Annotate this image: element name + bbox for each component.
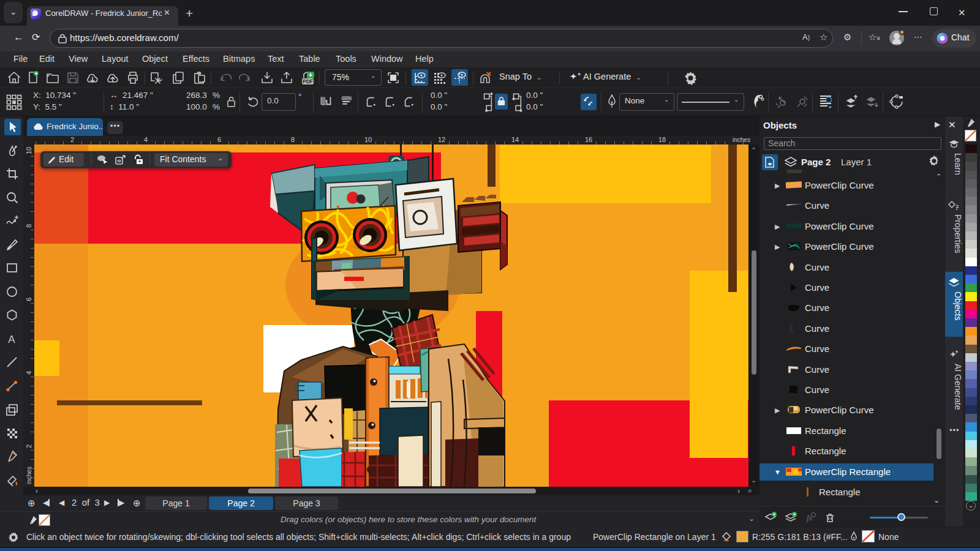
svg-text:16: 16 — [585, 136, 592, 143]
svg-text:2: 2 — [70, 136, 74, 143]
svg-text:18: 18 — [658, 136, 666, 143]
svg-text:8: 8 — [25, 224, 32, 228]
svg-text:8: 8 — [291, 136, 295, 143]
svg-text:2: 2 — [25, 444, 32, 448]
svg-text:14: 14 — [511, 136, 519, 143]
svg-text:10: 10 — [364, 136, 372, 143]
svg-text:12: 12 — [438, 136, 445, 143]
svg-text:10: 10 — [25, 147, 32, 154]
svg-text:fx: fx — [807, 513, 813, 522]
svg-text:6: 6 — [25, 298, 32, 301]
svg-text:4: 4 — [25, 371, 32, 375]
svg-text:PDF: PDF — [303, 78, 313, 84]
svg-text:6: 6 — [217, 136, 221, 143]
svg-text:inches: inches — [26, 467, 32, 484]
svg-text:A: A — [8, 334, 15, 345]
svg-text:4: 4 — [144, 136, 148, 143]
svg-text:inches: inches — [733, 137, 750, 143]
